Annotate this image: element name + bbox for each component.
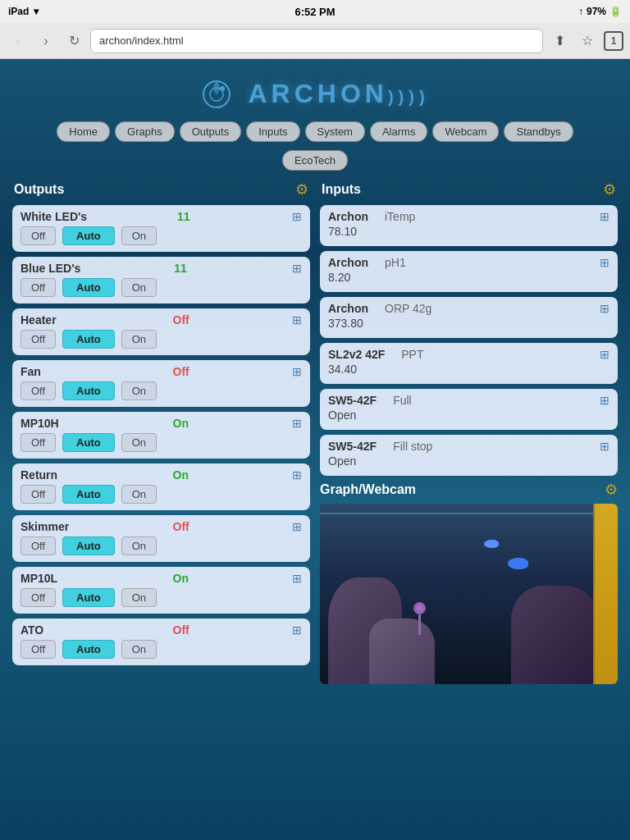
nav-inputs[interactable]: Inputs	[246, 121, 299, 142]
auto-btn-skimmer[interactable]: Auto	[62, 536, 115, 555]
filter-icon-full[interactable]: ⊞	[600, 394, 609, 407]
off-btn-mp10l[interactable]: Off	[21, 588, 56, 607]
filter-icon-mp10h[interactable]: ⊞	[292, 417, 302, 430]
filter-icon-fillstop[interactable]: ⊞	[600, 440, 609, 453]
filter-icon-ato[interactable]: ⊞	[292, 623, 302, 637]
graph-title: Graph/Webcam	[320, 482, 416, 497]
off-btn-white-leds[interactable]: Off	[21, 226, 56, 245]
output-status-mp10h: On	[173, 417, 198, 430]
output-status-blue-leds: 11	[174, 262, 199, 275]
browser-bar: ‹ › ↻ archon/index.html ⬆ ☆ 1	[0, 23, 630, 59]
filter-icon-return[interactable]: ⊞	[292, 468, 302, 482]
filter-icon-ppt[interactable]: ⊞	[600, 348, 609, 361]
auto-btn-fan[interactable]: Auto	[62, 381, 115, 400]
inputs-gear-icon[interactable]: ⚙	[603, 180, 616, 199]
auto-btn-heater[interactable]: Auto	[62, 330, 115, 349]
fish1	[508, 558, 528, 569]
url-text: archon/index.html	[99, 34, 184, 47]
output-card-heater: Heater Off ⊞ Off Auto On	[12, 308, 310, 355]
on-btn-mp10h[interactable]: On	[121, 433, 157, 452]
card-row2-mp10h: Off Auto On	[21, 433, 302, 452]
filter-icon-fan[interactable]: ⊞	[292, 365, 302, 378]
back-button[interactable]: ‹	[7, 30, 30, 52]
input-source-full: SW5-42F	[328, 394, 377, 407]
on-btn-skimmer[interactable]: On	[121, 536, 157, 555]
forward-button[interactable]: ›	[34, 30, 57, 52]
battery-icon: 🔋	[609, 6, 622, 17]
filter-icon-mp10l[interactable]: ⊞	[292, 572, 302, 585]
nav-webcam[interactable]: Webcam	[432, 121, 499, 142]
off-btn-blue-leds[interactable]: Off	[21, 278, 56, 297]
svg-point-2	[220, 86, 225, 91]
input-source-fillstop: SW5-42F	[328, 440, 377, 453]
auto-btn-return[interactable]: Auto	[62, 485, 115, 504]
output-status-return: On	[173, 468, 198, 482]
water-line	[320, 513, 618, 514]
card-row2-heater: Off Auto On	[21, 330, 302, 349]
on-btn-heater[interactable]: On	[121, 330, 157, 349]
nav-alarms[interactable]: Alarms	[370, 121, 427, 142]
input-label-full: Full	[393, 394, 412, 407]
card-row2-blue-leds: Off Auto On	[21, 278, 302, 297]
input-names-orp: Archon ORP 42g	[328, 302, 431, 315]
filter-icon-ph1[interactable]: ⊞	[600, 256, 609, 269]
share-button[interactable]: ⬆	[548, 30, 571, 52]
auto-btn-ato[interactable]: Auto	[62, 640, 115, 659]
bookmark-button[interactable]: ☆	[576, 30, 599, 52]
output-name-heater: Heater	[21, 313, 78, 326]
auto-btn-mp10l[interactable]: Auto	[62, 588, 115, 607]
signal-icon: ↑	[578, 6, 583, 17]
auto-btn-mp10h[interactable]: Auto	[62, 433, 115, 452]
output-status-ato: Off	[173, 623, 198, 637]
on-btn-blue-leds[interactable]: On	[121, 278, 157, 297]
output-status-white-leds: 11	[177, 210, 202, 223]
graph-webcam-section: Graph/Webcam ⚙	[320, 481, 618, 684]
output-card-fan: Fan Off ⊞ Off Auto On	[12, 360, 310, 407]
outputs-gear-icon[interactable]: ⚙	[295, 180, 308, 199]
filter-icon-skimmer[interactable]: ⊞	[292, 520, 302, 533]
input-card-ppt: SL2v2 42F PPT ⊞ 34.40	[320, 343, 618, 384]
on-btn-return[interactable]: On	[121, 485, 157, 504]
off-btn-return[interactable]: Off	[21, 485, 56, 504]
rock3	[369, 619, 435, 684]
nav-graphs[interactable]: Graphs	[115, 121, 175, 142]
nav-ecotech[interactable]: EcoTech	[282, 150, 348, 171]
logo-wifi-icon: ))))	[388, 88, 430, 106]
graph-gear-icon[interactable]: ⚙	[605, 481, 618, 499]
off-btn-ato[interactable]: Off	[21, 640, 56, 659]
tab-count[interactable]: 1	[604, 31, 623, 51]
input-names-ppt: SL2v2 42F PPT	[328, 348, 424, 361]
auto-btn-white-leds[interactable]: Auto	[62, 226, 115, 245]
on-btn-ato[interactable]: On	[121, 640, 157, 659]
off-btn-mp10h[interactable]: Off	[21, 433, 56, 452]
nav-home[interactable]: Home	[57, 121, 110, 142]
nav-standbys[interactable]: Standbys	[504, 121, 573, 142]
url-bar[interactable]: archon/index.html	[90, 29, 543, 53]
filter-icon-heater[interactable]: ⊞	[292, 313, 302, 326]
fish2	[484, 540, 499, 548]
nav-outputs[interactable]: Outputs	[180, 121, 242, 142]
off-btn-skimmer[interactable]: Off	[21, 536, 56, 555]
outputs-header: Outputs ⚙	[12, 177, 310, 202]
webcam-scene	[320, 504, 618, 684]
filter-icon-itemp[interactable]: ⊞	[600, 210, 609, 223]
browser-actions: ⬆ ☆ 1	[548, 30, 623, 52]
output-card-mp10l: MP10L On ⊞ Off Auto On	[12, 567, 310, 614]
input-label-fillstop: Fill stop	[393, 440, 432, 453]
card-row2-skimmer: Off Auto On	[21, 536, 302, 555]
status-right: ↑ 97% 🔋	[578, 6, 622, 17]
output-name-return: Return	[21, 468, 78, 482]
on-btn-white-leds[interactable]: On	[121, 226, 157, 245]
on-btn-mp10l[interactable]: On	[121, 588, 157, 607]
logo: ARCHON))))	[200, 75, 429, 111]
filter-icon-orp[interactable]: ⊞	[600, 302, 609, 315]
reload-button[interactable]: ↻	[62, 30, 85, 52]
filter-icon-blue-leds[interactable]: ⊞	[292, 262, 302, 275]
on-btn-fan[interactable]: On	[121, 381, 157, 400]
output-card-ato: ATO Off ⊞ Off Auto On	[12, 619, 310, 665]
nav-system[interactable]: System	[305, 121, 365, 142]
off-btn-fan[interactable]: Off	[21, 381, 56, 400]
auto-btn-blue-leds[interactable]: Auto	[62, 278, 115, 297]
filter-icon-white-leds[interactable]: ⊞	[292, 210, 302, 223]
off-btn-heater[interactable]: Off	[21, 330, 56, 349]
